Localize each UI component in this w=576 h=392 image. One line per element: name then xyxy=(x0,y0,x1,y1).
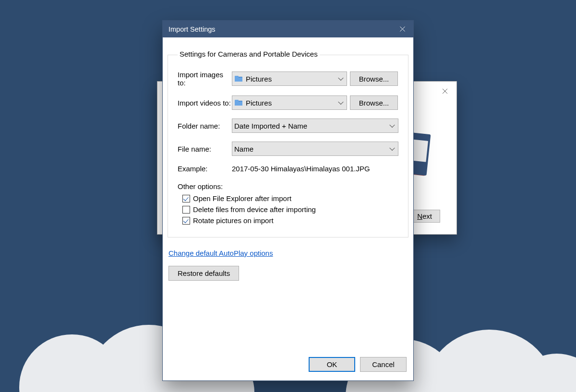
example-label: Example: xyxy=(178,165,232,173)
dialog-title: Import Settings xyxy=(168,25,216,33)
svg-rect-5 xyxy=(235,101,242,106)
svg-rect-2 xyxy=(235,77,242,82)
file-name-value: Name xyxy=(234,145,253,153)
folder-icon xyxy=(234,99,244,107)
cancel-button[interactable]: Cancel xyxy=(360,357,407,372)
file-name-label: File name: xyxy=(178,145,232,153)
ok-button[interactable]: OK xyxy=(309,357,355,372)
restore-defaults-button[interactable]: Restore defaults xyxy=(168,266,239,281)
delete-after-label: Delete files from device after importing xyxy=(193,205,316,214)
settings-group: Settings for Cameras and Portable Device… xyxy=(168,51,408,238)
chevron-down-icon xyxy=(389,122,395,128)
folder-name-combo[interactable]: Date Imported + Name xyxy=(232,119,398,133)
delete-after-checkbox[interactable] xyxy=(182,206,190,214)
chevron-down-icon xyxy=(338,99,343,105)
other-options-label: Other options: xyxy=(178,182,398,190)
close-button[interactable] xyxy=(391,21,413,37)
videos-to-value: Pictures xyxy=(246,99,272,107)
dialog-footer: OK Cancel xyxy=(163,351,413,380)
folder-name-value: Date Imported + Name xyxy=(234,122,307,130)
chevron-down-icon xyxy=(389,145,395,151)
import-settings-dialog: Import Settings Settings for Cameras and… xyxy=(162,20,414,381)
open-explorer-label: Open File Explorer after import xyxy=(193,194,291,202)
videos-to-combo[interactable]: Pictures xyxy=(232,95,347,110)
group-legend: Settings for Cameras and Portable Device… xyxy=(178,50,320,58)
folder-name-label: Folder name: xyxy=(178,122,232,130)
open-explorer-checkbox[interactable] xyxy=(182,195,190,202)
chevron-down-icon xyxy=(338,75,343,81)
images-browse-button[interactable]: Browse... xyxy=(350,71,398,86)
file-name-combo[interactable]: Name xyxy=(232,142,398,156)
example-value: 2017-05-30 Himalayas\Himalayas 001.JPG xyxy=(232,165,370,173)
images-to-value: Pictures xyxy=(246,75,272,83)
videos-to-label: Import videos to: xyxy=(178,99,232,107)
images-to-combo[interactable]: Pictures xyxy=(232,71,347,86)
folder-icon xyxy=(234,75,244,83)
rotate-label: Rotate pictures on import xyxy=(193,216,274,225)
autoplay-link[interactable]: Change default AutoPlay options xyxy=(168,249,273,257)
images-to-label: Import images to: xyxy=(178,71,232,87)
rotate-checkbox[interactable] xyxy=(182,217,190,225)
background-close-icon[interactable] xyxy=(442,87,448,95)
videos-browse-button[interactable]: Browse... xyxy=(350,95,398,110)
dialog-titlebar: Import Settings xyxy=(163,21,413,37)
